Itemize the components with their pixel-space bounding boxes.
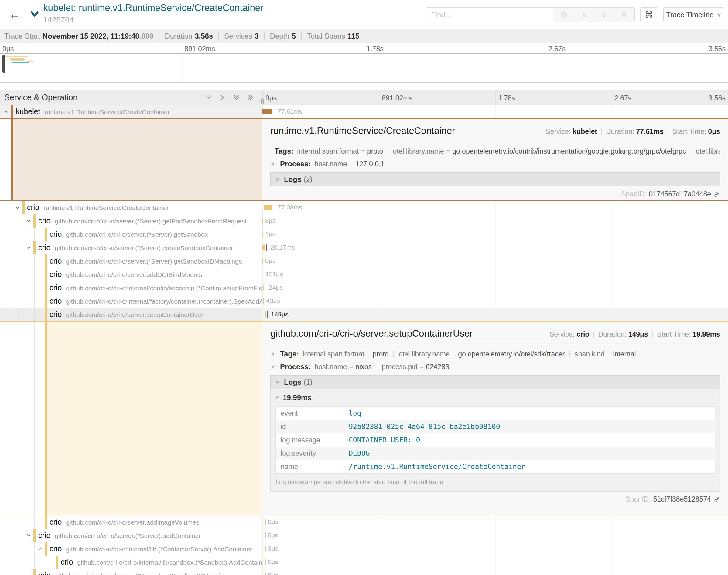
tree-guide-line bbox=[12, 542, 12, 555]
info-divider bbox=[159, 32, 159, 40]
span-duration-label: 0μs bbox=[268, 572, 278, 575]
span-row[interactable]: criogithub.com/cri-o/cri-o/server.(*Serv… bbox=[0, 255, 728, 268]
find-next-chevron-down-icon[interactable]: ∨ bbox=[601, 10, 607, 20]
timeline-tick-label: 2.67s bbox=[615, 94, 631, 102]
span-row[interactable]: criogithub.com/cri-o/cri-o/internal/lib.… bbox=[0, 542, 728, 555]
span-row-timeline-cell: 0μs bbox=[262, 555, 728, 569]
find-clear-close-icon[interactable]: ✕ bbox=[621, 10, 627, 20]
span-row[interactable]: criogithub.com/cri-o/cri-o/server.(*Serv… bbox=[0, 241, 728, 255]
detail-meta-value: 149μs bbox=[628, 330, 648, 338]
span-duration-bar[interactable] bbox=[262, 218, 263, 224]
span-color-bar bbox=[33, 529, 36, 542]
span-duration-bar[interactable] bbox=[262, 258, 263, 264]
span-row-timeline-cell: 77.08ms bbox=[262, 201, 728, 214]
timeline-tick-label: 891.02ms bbox=[382, 94, 412, 102]
span-boundary-tick bbox=[263, 204, 263, 211]
row-chevron-down-icon[interactable] bbox=[26, 533, 31, 538]
span-row[interactable]: crioruntime.v1.RuntimeService/CreateCont… bbox=[0, 201, 728, 214]
span-duration-bar[interactable] bbox=[265, 533, 266, 538]
operation-name: github.com/cri-o/cri-o/server.(*Server).… bbox=[66, 231, 208, 238]
collapse-all-double-chevron-down-icon[interactable] bbox=[233, 94, 240, 101]
span-duration-bar[interactable] bbox=[264, 205, 272, 210]
row-chevron-down-icon[interactable] bbox=[37, 546, 42, 552]
span-boundary-tick bbox=[265, 284, 265, 292]
tag-key: host.name bbox=[315, 363, 347, 371]
tree-guide-line bbox=[12, 555, 12, 569]
span-row[interactable]: criogithub.com/cri-o/cri-o/server.(*Serv… bbox=[0, 569, 728, 575]
logs-accordion[interactable]: Logs(1) bbox=[270, 375, 720, 389]
span-duration-bar[interactable] bbox=[265, 519, 266, 525]
process-accordion-label: Process: bbox=[280, 160, 311, 168]
span-duration-label: 6μs bbox=[268, 532, 278, 539]
back-button[interactable]: ← bbox=[7, 5, 23, 24]
detail-panel-body: runtime.v1.RuntimeService/CreateContaine… bbox=[262, 119, 728, 200]
detail-panel-left-gutter bbox=[0, 322, 262, 515]
span-duration-bar[interactable] bbox=[265, 559, 266, 565]
span-row[interactable]: criogithub.com/cri-o/cri-o/server.(*Serv… bbox=[0, 228, 728, 241]
span-row[interactable]: criogithub.com/cri-o/cri-o/server.setupC… bbox=[0, 308, 728, 321]
span-duration-bar[interactable] bbox=[263, 298, 264, 304]
minimap-span-bar bbox=[27, 61, 34, 62]
span-duration-bar[interactable] bbox=[265, 546, 266, 552]
collapse-trace-header-chevron-icon[interactable] bbox=[29, 9, 40, 20]
span-duration-bar[interactable] bbox=[265, 573, 266, 575]
service-name: criogithub.com/cri-o/cri-o/internal/fact… bbox=[49, 297, 262, 305]
span-duration-bar[interactable] bbox=[262, 109, 272, 114]
trace-title-link[interactable]: kubelet: runtime.v1.RuntimeService/Creat… bbox=[43, 2, 423, 13]
span-row[interactable]: criogithub.com/cri-o/cri-o/server.(*Serv… bbox=[0, 529, 728, 542]
operation-name: github.com/cri-o/cri-o/internal/lib.(*Co… bbox=[66, 546, 252, 552]
span-duration-bar[interactable] bbox=[263, 285, 264, 291]
tree-guide-line bbox=[12, 295, 12, 308]
process-accordion[interactable]: Process:host.name=nixosprocess.pid=62428… bbox=[270, 363, 720, 371]
logs-count: (1) bbox=[304, 378, 312, 386]
log-field-row: eventlog bbox=[276, 407, 715, 420]
tree-guide-line bbox=[12, 201, 12, 214]
tags-accordion[interactable]: Tags:internal.span.format=protootel.libr… bbox=[270, 350, 720, 358]
row-chevron-down-icon[interactable] bbox=[26, 218, 31, 224]
log-entry-timestamp[interactable]: 19.99ms bbox=[271, 389, 720, 405]
tag-value: proto bbox=[373, 350, 389, 358]
detail-title-row: github.com/cri-o/cri-o/server.setupConta… bbox=[270, 328, 720, 339]
tag-key: span.kind bbox=[575, 350, 604, 358]
tree-guide-line bbox=[34, 308, 35, 321]
span-row[interactable]: kubeletruntime.v1.RuntimeService/CreateC… bbox=[0, 105, 728, 119]
span-row[interactable]: criogithub.com/cri-o/cri-o/internal/lib/… bbox=[0, 555, 728, 569]
span-duration-bar[interactable] bbox=[262, 231, 263, 237]
tree-guide-line bbox=[12, 241, 12, 255]
timeline-tick-label: 3.56s bbox=[708, 94, 726, 102]
tree-guide-line bbox=[12, 569, 12, 575]
tag-key: process.pid bbox=[382, 363, 418, 371]
span-row[interactable]: criogithub.com/cri-o/cri-o/server.addIma… bbox=[0, 515, 728, 529]
span-row[interactable]: criogithub.com/cri-o/cri-o/internal/conf… bbox=[0, 281, 728, 295]
span-duration-bar[interactable] bbox=[262, 245, 265, 250]
minimap-drag-handle[interactable] bbox=[2, 55, 5, 73]
span-row[interactable]: criogithub.com/cri-o/cri-o/internal/fact… bbox=[0, 295, 728, 308]
minimap-canvas[interactable] bbox=[0, 54, 728, 82]
process-accordion[interactable]: Process:host.name=127.0.0.1 bbox=[270, 160, 720, 168]
span-row-tree-cell: criogithub.com/cri-o/cri-o/internal/fact… bbox=[0, 295, 262, 308]
expand-one-chevron-right-icon[interactable] bbox=[219, 94, 226, 101]
link-icon[interactable] bbox=[714, 496, 720, 503]
detail-meta: Service:kubeletDuration:77.61msStart Tim… bbox=[545, 128, 720, 136]
row-chevron-down-icon[interactable] bbox=[15, 205, 20, 210]
keyboard-shortcuts-button[interactable]: ⌘ bbox=[640, 7, 658, 22]
expand-all-double-chevron-right-icon[interactable] bbox=[247, 94, 254, 101]
view-selector-button[interactable]: Trace Timeline ∨ bbox=[663, 7, 724, 22]
collapse-one-chevron-down-icon[interactable] bbox=[205, 94, 212, 101]
row-chevron-down-icon[interactable] bbox=[26, 245, 31, 250]
find-prev-chevron-up-icon[interactable]: ∧ bbox=[581, 10, 587, 20]
log-field-row: name/runtime.v1.RuntimeService/CreateCon… bbox=[276, 460, 715, 473]
row-chevron-down-icon[interactable] bbox=[4, 109, 9, 114]
tag-equals: = bbox=[349, 160, 353, 168]
span-duration-bar[interactable] bbox=[265, 311, 266, 317]
link-icon[interactable] bbox=[714, 191, 720, 198]
command-icon: ⌘ bbox=[645, 10, 653, 20]
span-duration-bar[interactable] bbox=[263, 271, 263, 277]
tags-accordion[interactable]: Tags:internal.span.format=protootel.libr… bbox=[270, 147, 720, 156]
detail-meta-value: 77.61ms bbox=[636, 128, 664, 135]
span-row[interactable]: criogithub.com/cri-o/cri-o/server.(*Serv… bbox=[0, 214, 728, 228]
find-target-icon[interactable]: ◎ bbox=[560, 10, 567, 20]
logs-accordion[interactable]: Logs(2) bbox=[270, 172, 720, 187]
find-input[interactable] bbox=[426, 8, 553, 22]
span-row[interactable]: criogithub.com/cri-o/cri-o/server.addOCI… bbox=[0, 268, 728, 281]
